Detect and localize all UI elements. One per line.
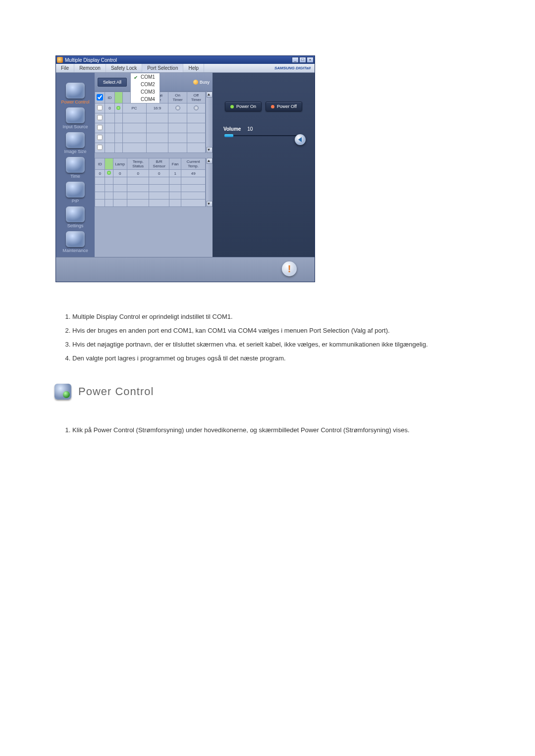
nav-power-control[interactable]: Power Control <box>58 83 93 104</box>
footer-bar: ! <box>56 257 315 282</box>
col-id: ID <box>95 158 105 170</box>
doc-ordered-list-2: Klik på Power Control (Strømforsyning) u… <box>62 425 508 435</box>
on-timer-dot-icon <box>168 103 187 113</box>
volume-block: Volume 10 <box>218 126 309 137</box>
menu-remocon[interactable]: Remocon <box>74 64 106 72</box>
scroll-up-icon[interactable]: ▲ <box>207 92 213 98</box>
col-current-temp: Current Temp. <box>181 158 206 170</box>
menu-bar: File Remocon Safety Lock Port Selection … <box>56 64 315 73</box>
nav-settings[interactable]: Settings <box>58 206 93 228</box>
status-dot-icon <box>105 170 113 177</box>
heading-block: Power Control <box>54 384 507 400</box>
time-icon <box>66 157 85 173</box>
app-window: Multiple Display Control _ □ × File Remo… <box>55 55 315 282</box>
table-row[interactable]: 0 0 0 0 1 49 <box>95 170 206 177</box>
col-off-timer: Off Timer <box>187 92 205 103</box>
list-item: Hvis der bruges en anden port end COM1, … <box>72 326 508 336</box>
list-item: Klik på Power Control (Strømforsyning) u… <box>72 425 508 435</box>
col-lamp: Lamp <box>113 158 127 170</box>
nav-time[interactable]: Time <box>58 157 93 179</box>
volume-label: Volume <box>223 126 241 132</box>
port-option-com3[interactable]: COM3 <box>131 88 160 96</box>
settings-icon <box>66 206 85 222</box>
power-control-icon <box>54 384 71 400</box>
left-nav: Power Control Input Source Image Size Ti… <box>56 73 95 257</box>
nav-maintenance[interactable]: Maintenance <box>58 231 93 253</box>
check-icon: ✔ <box>134 75 139 80</box>
title-bar: Multiple Display Control _ □ × <box>56 56 315 64</box>
menu-port-selection[interactable]: Port Selection <box>142 64 183 72</box>
list-item: Multiple Display Control er oprindeligt … <box>72 312 508 322</box>
menu-help[interactable]: Help <box>183 64 204 72</box>
table-row <box>95 192 206 200</box>
list-item: Hvis det nøjagtige portnavn, der er tils… <box>72 340 508 350</box>
busy-icon <box>193 80 198 85</box>
alert-icon[interactable]: ! <box>282 261 297 276</box>
section-heading: Power Control <box>78 385 154 398</box>
list-item: Den valgte port lagres i programmet og b… <box>72 353 508 363</box>
scroll-down-icon[interactable]: ▼ <box>207 147 213 153</box>
col-id: ID <box>105 92 115 103</box>
status-table: ID Lamp Temp. Status B/R Sensor Fan Curr… <box>95 158 206 207</box>
input-source-icon <box>66 107 85 123</box>
menu-file[interactable]: File <box>56 64 74 72</box>
scrollbar[interactable]: ▲ ▼ <box>206 92 213 153</box>
col-status-icon <box>114 92 122 103</box>
off-timer-dot-icon <box>187 103 205 113</box>
scrollbar[interactable]: ▲ ▼ <box>206 158 213 207</box>
doc-ordered-list-1: Multiple Display Control er oprindeligt … <box>62 312 508 364</box>
col-fan: Fan <box>169 158 181 170</box>
on-dot-icon <box>230 105 234 108</box>
table-row <box>95 200 206 207</box>
table-row <box>95 185 206 192</box>
nav-input-source[interactable]: Input Source <box>58 107 93 129</box>
power-icon <box>66 83 85 99</box>
port-label: COM2 <box>141 82 155 87</box>
table-row <box>95 177 206 185</box>
power-off-button[interactable]: Power Off <box>266 101 302 111</box>
right-panel: Power On Power Off Volume 10 <box>213 73 315 257</box>
col-temp-status: Temp. Status <box>127 158 149 170</box>
minimize-button[interactable]: _ <box>292 57 299 63</box>
maximize-button[interactable]: □ <box>299 57 306 63</box>
table-row[interactable]: 0 PC 16:9 <box>95 103 206 113</box>
col-br-sensor: B/R Sensor <box>149 158 169 170</box>
header-checkbox[interactable] <box>97 94 103 101</box>
port-option-com2[interactable]: COM2 <box>131 81 160 88</box>
col-on-timer: On Timer <box>168 92 187 103</box>
app-icon <box>57 57 63 63</box>
select-all-button[interactable]: Select All <box>98 78 127 87</box>
workspace: Power Control Input Source Image Size Ti… <box>56 73 315 257</box>
volume-value: 10 <box>247 126 253 132</box>
brand-label: SAMSUNG DIGITall <box>204 64 315 72</box>
volume-fill <box>224 134 233 137</box>
table-row <box>95 123 206 133</box>
port-label: COM1 <box>141 74 155 80</box>
image-size-icon <box>66 132 85 148</box>
table-row <box>95 133 206 143</box>
port-dropdown[interactable]: ✔ COM1 COM2 COM3 COM4 <box>130 73 160 103</box>
close-button[interactable]: × <box>307 57 314 63</box>
off-dot-icon <box>271 105 274 108</box>
table-row <box>95 113 206 123</box>
port-option-com4[interactable]: COM4 <box>131 96 160 103</box>
row-checkbox[interactable] <box>97 105 102 110</box>
volume-knob-icon[interactable] <box>295 134 306 145</box>
pip-icon <box>66 182 85 198</box>
table-row <box>95 143 206 153</box>
nav-pip[interactable]: PIP <box>58 182 93 203</box>
col-status-icon <box>105 158 113 170</box>
port-label: COM4 <box>141 97 155 102</box>
maintenance-icon <box>66 231 85 247</box>
menu-safety-lock[interactable]: Safety Lock <box>106 64 142 72</box>
nav-image-size[interactable]: Image Size <box>58 132 93 154</box>
scroll-down-icon[interactable]: ▼ <box>207 201 213 207</box>
window-title: Multiple Display Control <box>65 57 292 63</box>
port-label: COM3 <box>141 89 155 95</box>
volume-slider[interactable] <box>224 135 304 136</box>
power-on-button[interactable]: Power On <box>225 101 262 111</box>
port-option-com1[interactable]: ✔ COM1 <box>131 73 160 81</box>
scroll-up-icon[interactable]: ▲ <box>207 158 213 164</box>
busy-indicator: Busy <box>193 80 210 85</box>
status-dot-icon <box>114 103 122 113</box>
